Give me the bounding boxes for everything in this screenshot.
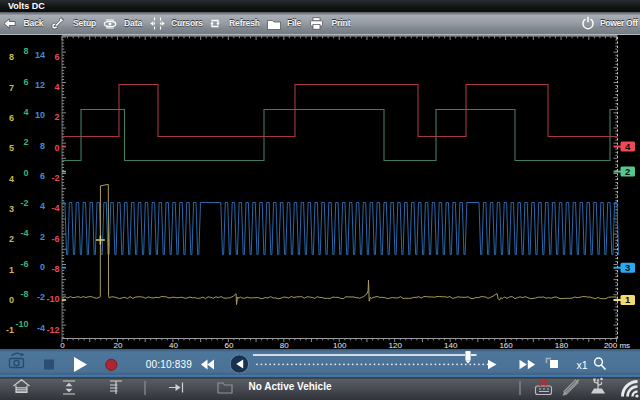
svg-text:1: 1	[625, 294, 631, 305]
svg-text:3: 3	[625, 262, 630, 273]
svg-text:4: 4	[40, 201, 45, 211]
svg-text:7: 7	[9, 83, 14, 93]
svg-text:140: 140	[444, 341, 458, 350]
svg-text:-6: -6	[20, 259, 28, 269]
svg-text:-4: -4	[20, 228, 28, 238]
svg-text:12: 12	[35, 80, 45, 90]
svg-text:4: 4	[54, 82, 59, 92]
svg-text:-4: -4	[51, 203, 59, 213]
svg-text:8: 8	[40, 141, 45, 151]
svg-text:-12: -12	[46, 325, 59, 335]
svg-text:20: 20	[114, 341, 123, 350]
svg-text:4: 4	[23, 107, 28, 117]
svg-text:-2: -2	[51, 173, 59, 183]
svg-text:0: 0	[40, 262, 45, 272]
svg-text:0: 0	[23, 168, 28, 178]
svg-text:0: 0	[60, 341, 65, 350]
svg-text:2: 2	[9, 234, 14, 244]
svg-text:100: 100	[333, 341, 347, 350]
svg-text:-10: -10	[15, 319, 28, 329]
svg-text:-2: -2	[20, 198, 28, 208]
svg-text:6: 6	[40, 171, 45, 181]
svg-text:-8: -8	[20, 289, 28, 299]
svg-text:2: 2	[625, 166, 630, 177]
svg-text:160: 160	[499, 341, 513, 350]
svg-text:8: 8	[23, 46, 28, 56]
svg-text:-1: -1	[6, 325, 14, 335]
svg-text:-2: -2	[37, 292, 45, 302]
svg-text:40: 40	[169, 341, 178, 350]
svg-text:180: 180	[555, 341, 569, 350]
svg-text:0: 0	[9, 295, 14, 305]
svg-text:60: 60	[224, 341, 233, 350]
svg-text:6: 6	[54, 52, 59, 62]
svg-text:200 ms: 200 ms	[604, 341, 630, 350]
svg-text:120: 120	[389, 341, 403, 350]
svg-text:-4: -4	[37, 323, 45, 333]
svg-text:6: 6	[23, 77, 28, 87]
svg-text:5: 5	[9, 143, 14, 153]
svg-text:2: 2	[40, 232, 45, 242]
svg-text:-10: -10	[46, 294, 59, 304]
svg-text:10: 10	[35, 110, 45, 120]
svg-text:0: 0	[54, 143, 59, 153]
svg-text:4: 4	[9, 174, 14, 184]
svg-text:4: 4	[625, 141, 631, 152]
svg-text:3: 3	[9, 204, 14, 214]
svg-text:80: 80	[280, 341, 289, 350]
svg-text:-6: -6	[51, 234, 59, 244]
svg-text:6: 6	[9, 113, 14, 123]
svg-text:14: 14	[35, 50, 45, 60]
svg-text:2: 2	[23, 137, 28, 147]
svg-text:8: 8	[9, 52, 14, 62]
svg-text:1: 1	[9, 265, 14, 275]
svg-text:2: 2	[54, 112, 59, 122]
svg-text:-8: -8	[51, 264, 59, 274]
